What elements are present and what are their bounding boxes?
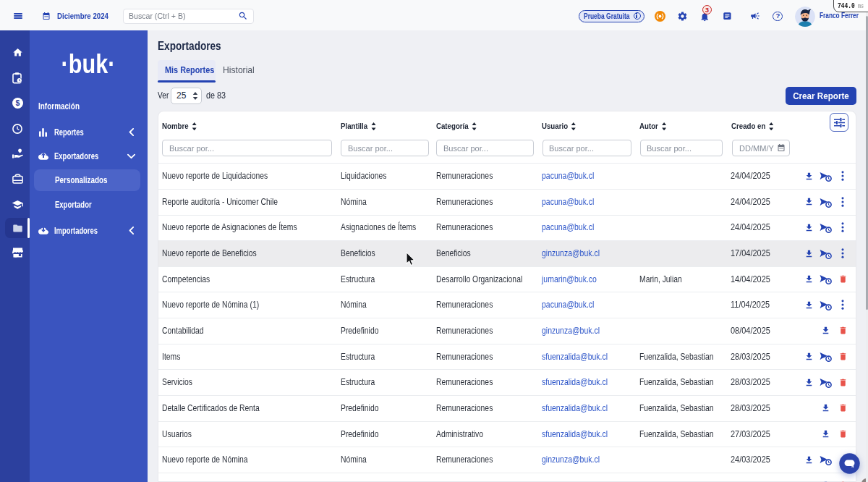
svg-text:$: $ [15, 98, 20, 107]
